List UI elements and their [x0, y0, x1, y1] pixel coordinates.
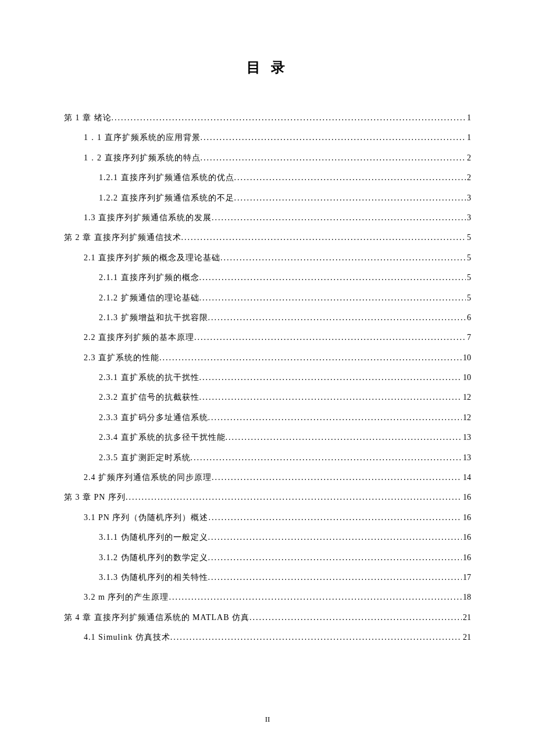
toc-entry-page: 10 — [462, 352, 471, 364]
page-title: 目 录 — [64, 58, 471, 77]
toc-leader-dots — [212, 212, 466, 224]
toc-entry[interactable]: 1．1 直序扩频系统的应用背景1 — [64, 131, 471, 144]
toc-entry-text: 2.3.2 直扩信号的抗截获性 — [99, 391, 199, 404]
toc-entry-page: 5 — [466, 252, 471, 264]
toc-entry-text: 2.3.5 直扩测距定时系统 — [99, 452, 191, 464]
toc-entry[interactable]: 2.1.3 扩频增益和抗干扰容限6 — [64, 311, 471, 324]
toc-entry[interactable]: 4.1 Simulink 仿真技术21 — [64, 631, 471, 644]
toc-entry-page: 3 — [466, 212, 471, 224]
toc-leader-dots — [199, 292, 466, 304]
toc-leader-dots — [169, 591, 462, 604]
toc-entry-text: 3.1.3 伪随机序列的相关特性 — [99, 571, 208, 584]
toc-leader-dots — [249, 611, 462, 624]
page-footer: II — [0, 715, 535, 724]
toc-entry[interactable]: 2.3.2 直扩信号的抗截获性12 — [64, 391, 471, 404]
toc-entry-text: 3.1.2 伪随机序列的数学定义 — [99, 551, 208, 564]
toc-entry[interactable]: 3.1 PN 序列（伪随机序列）概述16 — [64, 511, 471, 524]
toc-leader-dots — [199, 271, 466, 284]
toc-entry[interactable]: 2.4 扩频序列通信系统的同步原理14 — [64, 471, 471, 484]
toc-entry-text: 第 2 章 直接序列扩频通信技术 — [64, 231, 181, 244]
toc-entry[interactable]: 2.1.1 直接序列扩频的概念5 — [64, 271, 471, 284]
toc-entry-page: 17 — [462, 571, 471, 584]
toc-entry-text: 1．1 直序扩频系统的应用背景 — [84, 131, 201, 144]
toc-entry-page: 16 — [462, 531, 471, 544]
toc-entry[interactable]: 2.3 直扩系统的性能10 — [64, 352, 471, 364]
toc-entry-text: 4.1 Simulink 仿真技术 — [84, 631, 170, 644]
toc-entry[interactable]: 3.1.1 伪随机序列的一般定义16 — [64, 531, 471, 544]
toc-entry-text: 2.3.4 直扩系统的抗多径干扰性能 — [99, 431, 226, 444]
toc-leader-dots — [201, 152, 466, 164]
toc-leader-dots — [199, 371, 462, 384]
toc-leader-dots — [208, 571, 462, 584]
toc-entry[interactable]: 3.1.3 伪随机序列的相关特性17 — [64, 571, 471, 584]
toc-entry-text: 1．2 直接序列扩频系统的特点 — [84, 152, 201, 164]
toc-leader-dots — [208, 511, 462, 524]
toc-entry[interactable]: 2.3.4 直扩系统的抗多径干扰性能13 — [64, 431, 471, 444]
toc-entry[interactable]: 1.2.2 直接序列扩频通信系统的不足3 — [64, 192, 471, 205]
toc-entry-page: 18 — [462, 591, 471, 604]
toc-entry-text: 2.3.3 直扩码分多址通信系统 — [99, 411, 208, 424]
toc-entry[interactable]: 2.3.3 直扩码分多址通信系统12 — [64, 411, 471, 424]
toc-entry[interactable]: 3.1.2 伪随机序列的数学定义16 — [64, 551, 471, 564]
toc-leader-dots — [191, 452, 462, 464]
toc-entry-page: 5 — [466, 271, 471, 284]
toc-leader-dots — [126, 491, 462, 504]
toc-leader-dots — [208, 411, 462, 424]
toc-entry[interactable]: 3.2 m 序列的产生原理18 — [64, 591, 471, 604]
toc-leader-dots — [220, 252, 466, 264]
toc-entry-text: 3.1.1 伪随机序列的一般定义 — [99, 531, 208, 544]
toc-entry[interactable]: 第 4 章 直接序列扩频通信系统的 MATLAB 仿真21 — [64, 611, 471, 624]
toc-entry-text: 1.2.2 直接序列扩频通信系统的不足 — [99, 192, 234, 205]
toc-entry-page: 12 — [462, 391, 471, 404]
toc-entry[interactable]: 1.2.1 直接序列扩频通信系统的优点2 — [64, 171, 471, 184]
toc-entry-page: 6 — [466, 311, 471, 324]
toc-entry-page: 16 — [462, 491, 471, 504]
toc-entry[interactable]: 第 2 章 直接序列扩频通信技术5 — [64, 231, 471, 244]
toc-entry-page: 16 — [462, 511, 471, 524]
toc-entry-text: 3.1 PN 序列（伪随机序列）概述 — [84, 511, 208, 524]
toc-entry-page: 13 — [462, 431, 471, 444]
toc-entry-page: 7 — [466, 331, 471, 344]
toc-entry-page: 14 — [462, 471, 471, 484]
toc-entry-page: 10 — [462, 371, 471, 384]
toc-entry-page: 5 — [466, 292, 471, 304]
toc-entry-page: 12 — [462, 411, 471, 424]
toc-entry-text: 2.4 扩频序列通信系统的同步原理 — [84, 471, 212, 484]
toc-entry-text: 2.1 直接序列扩频的概念及理论基础 — [84, 252, 220, 264]
toc-entry-page: 5 — [466, 231, 471, 244]
toc-entry[interactable]: 第 1 章 绪论1 — [64, 112, 471, 124]
toc-entry[interactable]: 1.3 直接序列扩频通信系统的发展3 — [64, 212, 471, 224]
toc-entry[interactable]: 2.2 直接序列扩频的基本原理7 — [64, 331, 471, 344]
toc-entry-text: 第 3 章 PN 序列 — [64, 491, 126, 504]
toc-entry[interactable]: 2.1 直接序列扩频的概念及理论基础5 — [64, 252, 471, 264]
toc-leader-dots — [112, 112, 466, 124]
toc-entry-text: 2.3.1 直扩系统的抗干扰性 — [99, 371, 199, 384]
toc-entry[interactable]: 2.1.2 扩频通信的理论基础5 — [64, 292, 471, 304]
toc-entry-text: 2.3 直扩系统的性能 — [84, 352, 159, 364]
toc-leader-dots — [181, 231, 466, 244]
toc-entry[interactable]: 第 3 章 PN 序列16 — [64, 491, 471, 504]
toc-list: 第 1 章 绪论11．1 直序扩频系统的应用背景11．2 直接序列扩频系统的特点… — [64, 112, 471, 644]
toc-entry-page: 2 — [466, 171, 471, 184]
toc-leader-dots — [208, 531, 462, 544]
toc-leader-dots — [159, 352, 462, 364]
toc-entry[interactable]: 2.3.1 直扩系统的抗干扰性10 — [64, 371, 471, 384]
toc-leader-dots — [199, 391, 462, 404]
toc-leader-dots — [226, 431, 462, 444]
toc-entry-page: 13 — [462, 452, 471, 464]
toc-entry-text: 2.2 直接序列扩频的基本原理 — [84, 331, 194, 344]
toc-entry-text: 1.2.1 直接序列扩频通信系统的优点 — [99, 171, 234, 184]
toc-entry-text: 2.1.1 直接序列扩频的概念 — [99, 271, 199, 284]
toc-entry-text: 3.2 m 序列的产生原理 — [84, 591, 169, 604]
toc-entry-text: 2.1.2 扩频通信的理论基础 — [99, 292, 199, 304]
toc-leader-dots — [212, 471, 462, 484]
toc-leader-dots — [234, 171, 466, 184]
toc-entry-page: 2 — [466, 152, 471, 164]
toc-leader-dots — [208, 311, 466, 324]
toc-entry[interactable]: 1．2 直接序列扩频系统的特点2 — [64, 152, 471, 164]
toc-leader-dots — [201, 131, 466, 144]
toc-entry-page: 16 — [462, 551, 471, 564]
toc-entry[interactable]: 2.3.5 直扩测距定时系统13 — [64, 452, 471, 464]
toc-entry-text: 1.3 直接序列扩频通信系统的发展 — [84, 212, 212, 224]
toc-entry-text: 第 4 章 直接序列扩频通信系统的 MATLAB 仿真 — [64, 611, 249, 624]
